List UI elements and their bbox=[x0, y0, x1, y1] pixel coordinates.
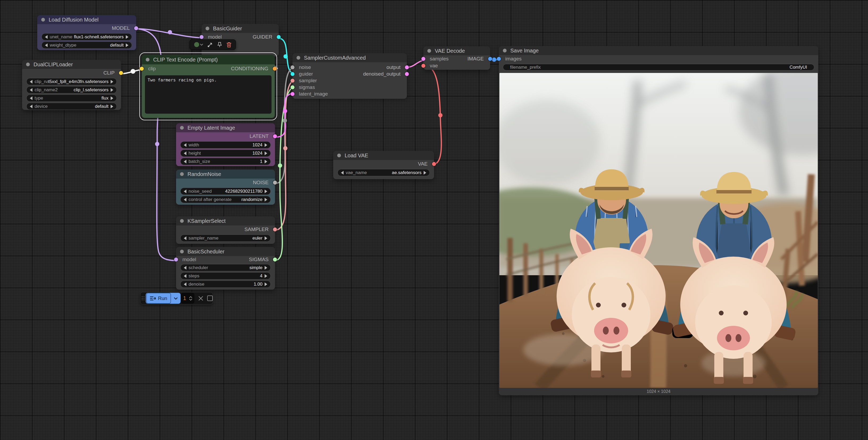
widget-unet-name[interactable]: unet_name flux1-schnell.safetensors bbox=[41, 33, 132, 40]
node-color-swatch[interactable] bbox=[194, 42, 203, 47]
collapse-dot[interactable] bbox=[297, 56, 300, 60]
output-slot-image[interactable] bbox=[488, 57, 492, 61]
arrow-left-icon[interactable] bbox=[184, 266, 186, 270]
input-slot-sampler[interactable] bbox=[291, 79, 294, 83]
arrow-right-icon[interactable] bbox=[126, 35, 128, 39]
toolbar-drag-handle[interactable] bbox=[142, 296, 145, 300]
node-load-vae[interactable]: Load VAE VAE vae_name ae.safetensors bbox=[333, 151, 434, 179]
arrow-right-icon[interactable] bbox=[111, 88, 113, 92]
preview-image[interactable] bbox=[499, 73, 818, 388]
arrow-left-icon[interactable] bbox=[184, 274, 186, 278]
arrow-left-icon[interactable] bbox=[184, 236, 186, 240]
arrow-right-icon[interactable] bbox=[265, 266, 267, 270]
node-graph-canvas[interactable]: BasicGuider model GUIDER conditioning Lo… bbox=[0, 0, 868, 440]
arrow-right-icon[interactable] bbox=[265, 160, 267, 164]
stepper-down-icon[interactable] bbox=[189, 299, 192, 300]
node-title-bar[interactable]: DualCLIPLoader bbox=[22, 60, 121, 69]
color-swatch-circle[interactable] bbox=[194, 42, 199, 47]
arrow-right-icon[interactable] bbox=[265, 151, 267, 155]
delete-icon[interactable] bbox=[226, 42, 231, 48]
arrow-left-icon[interactable] bbox=[45, 35, 48, 39]
node-dual-clip-loader[interactable]: DualCLIPLoader CLIP clip_name1 t5xxl_fp8… bbox=[22, 60, 121, 110]
input-slot-clip[interactable] bbox=[140, 67, 144, 71]
arrow-left-icon[interactable] bbox=[30, 96, 32, 100]
output-slot-latent[interactable] bbox=[273, 135, 277, 139]
output-slot-conditioning[interactable] bbox=[273, 67, 277, 71]
input-slot-noise[interactable] bbox=[291, 65, 294, 69]
arrow-right-icon[interactable] bbox=[111, 96, 113, 100]
input-slot-model[interactable] bbox=[174, 258, 178, 262]
arrow-right-icon[interactable] bbox=[265, 198, 267, 202]
output-slot-guider[interactable] bbox=[277, 35, 281, 39]
collapse-dot[interactable] bbox=[337, 154, 341, 157]
widget-vae-name[interactable]: vae_name ae.safetensors bbox=[338, 169, 430, 176]
node-title-bar[interactable]: BasicScheduler bbox=[176, 247, 275, 256]
input-slot-model[interactable] bbox=[200, 35, 204, 39]
stepper-up-icon[interactable] bbox=[189, 296, 192, 298]
queue-toolbar[interactable]: Run 1 bbox=[140, 292, 213, 304]
pin-icon[interactable] bbox=[217, 42, 222, 48]
arrow-left-icon[interactable] bbox=[341, 171, 344, 175]
widget-width[interactable]: width 1024 bbox=[180, 141, 271, 149]
input-slot-vae[interactable] bbox=[422, 64, 426, 68]
widget-clip-name2[interactable]: clip_name2 clip_l.safetensors bbox=[26, 86, 117, 93]
collapse-dot[interactable] bbox=[427, 49, 431, 53]
arrow-right-icon[interactable] bbox=[126, 43, 128, 47]
widget-height[interactable]: height 1024 bbox=[180, 150, 271, 157]
arrow-left-icon[interactable] bbox=[45, 43, 48, 47]
node-random-noise[interactable]: RandomNoise NOISE noise_seed 42268293021… bbox=[176, 170, 275, 205]
collapse-dot[interactable] bbox=[146, 58, 150, 61]
node-title-bar[interactable]: SamplerCustomAdvanced bbox=[292, 53, 407, 62]
output-slot-vae[interactable] bbox=[432, 162, 436, 166]
collapse-dot[interactable] bbox=[41, 18, 45, 22]
widget-clip-name1[interactable]: clip_name1 t5xxl_fp8_e4m3fn.safetensors bbox=[26, 78, 117, 85]
node-ksampler-select[interactable]: KSamplerSelect SAMPLER sampler_name eule… bbox=[176, 216, 275, 244]
node-empty-latent-image[interactable]: Empty Latent Image LATENT width 1024 hei… bbox=[176, 123, 275, 166]
arrow-right-icon[interactable] bbox=[265, 283, 267, 286]
widget-batch-size[interactable]: batch_size 1 bbox=[180, 158, 271, 165]
stop-button[interactable] bbox=[207, 295, 213, 301]
node-title-bar[interactable]: RandomNoise bbox=[176, 170, 275, 179]
collapse-dot[interactable] bbox=[180, 250, 184, 254]
output-slot-noise[interactable] bbox=[273, 181, 277, 185]
arrow-right-icon[interactable] bbox=[265, 189, 267, 193]
node-basic-scheduler[interactable]: BasicScheduler model SIGMAS scheduler si… bbox=[176, 247, 275, 290]
input-slot-latent-image[interactable] bbox=[291, 92, 294, 96]
arrow-right-icon[interactable] bbox=[265, 236, 267, 240]
output-slot-clip[interactable] bbox=[119, 71, 123, 75]
node-clip-text-encode[interactable]: CLIP Text Encode (Prompt) clip CONDITION… bbox=[142, 55, 275, 118]
collapse-dot[interactable] bbox=[180, 126, 184, 129]
arrow-left-icon[interactable] bbox=[30, 80, 32, 84]
widget-noise-seed[interactable]: noise_seed 422682930211780 bbox=[180, 188, 271, 195]
node-load-diffusion-model[interactable]: Load Diffusion Model MODEL unet_name flu… bbox=[37, 15, 136, 50]
output-slot-denoised-output[interactable] bbox=[405, 72, 409, 76]
widget-filename-prefix[interactable]: filename_prefix ComfyUI bbox=[503, 64, 814, 70]
arrow-left-icon[interactable] bbox=[184, 160, 186, 164]
arrow-left-icon[interactable] bbox=[184, 189, 186, 193]
output-slot-sigmas[interactable] bbox=[273, 258, 277, 262]
arrow-right-icon[interactable] bbox=[111, 80, 113, 84]
node-sampler-custom-advanced[interactable]: SamplerCustomAdvanced noise output guide… bbox=[292, 53, 407, 97]
arrow-left-icon[interactable] bbox=[184, 151, 186, 155]
arrow-left-icon[interactable] bbox=[30, 88, 32, 92]
widget-type[interactable]: type flux bbox=[26, 94, 117, 102]
batch-count-input[interactable]: 1 bbox=[181, 293, 194, 304]
run-button[interactable]: Run bbox=[146, 293, 181, 304]
collapse-dot[interactable] bbox=[206, 27, 209, 30]
widget-scheduler[interactable]: scheduler simple bbox=[180, 264, 271, 271]
widget-weight-dtype[interactable]: weight_dtype default bbox=[41, 41, 132, 49]
run-options-chevron[interactable] bbox=[171, 297, 181, 300]
node-title-bar[interactable]: Empty Latent Image bbox=[176, 123, 275, 132]
widget-control-after-generate[interactable]: control after generate randomize bbox=[180, 196, 271, 203]
input-slot-samples[interactable] bbox=[422, 57, 426, 61]
batch-count-value[interactable]: 1 bbox=[183, 295, 186, 301]
batch-count-stepper[interactable] bbox=[189, 296, 192, 300]
output-slot-model[interactable] bbox=[134, 26, 138, 30]
input-slot-images[interactable] bbox=[497, 57, 501, 61]
collapse-dot[interactable] bbox=[180, 219, 184, 223]
node-title-bar[interactable]: KSamplerSelect bbox=[176, 216, 275, 226]
collapse-dot[interactable] bbox=[503, 49, 506, 53]
arrow-left-icon[interactable] bbox=[184, 143, 186, 147]
input-slot-guider[interactable] bbox=[291, 72, 294, 76]
arrow-left-icon[interactable] bbox=[30, 105, 32, 108]
